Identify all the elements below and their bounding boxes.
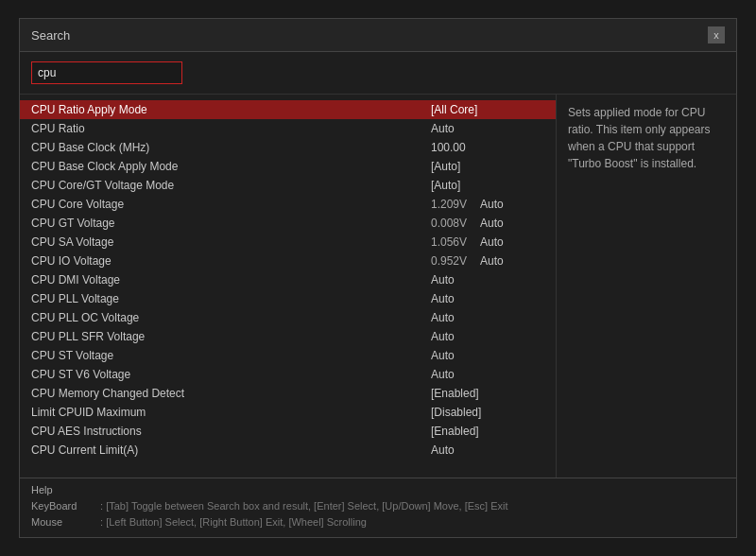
- table-row[interactable]: CPU RatioAuto: [20, 119, 556, 138]
- result-name: CPU Current Limit(A): [31, 443, 431, 457]
- result-value: [All Core]: [431, 103, 477, 116]
- table-row[interactable]: CPU ST VoltageAuto: [20, 346, 556, 365]
- mouse-label: Mouse: [31, 514, 97, 531]
- result-value-group: 100.00: [431, 141, 544, 154]
- result-name: CPU ST V6 Voltage: [31, 368, 431, 381]
- result-value-group: [Auto]: [431, 179, 544, 192]
- result-value-group: [Enabled]: [431, 387, 544, 400]
- table-row[interactable]: CPU DMI VoltageAuto: [20, 270, 556, 289]
- search-input[interactable]: [31, 61, 182, 84]
- result-name: CPU DMI Voltage: [31, 273, 431, 287]
- result-value: Auto: [480, 217, 504, 230]
- result-value-group: Auto: [431, 330, 544, 343]
- result-name: CPU SA Voltage: [31, 235, 431, 249]
- result-subvalue: 0.008V: [431, 217, 467, 230]
- search-box-area: [20, 52, 736, 95]
- table-row[interactable]: CPU PLL VoltageAuto: [20, 289, 556, 308]
- result-value: Auto: [431, 311, 455, 324]
- result-value-group: Auto: [431, 122, 544, 135]
- result-subvalue: 0.952V: [431, 254, 467, 268]
- result-value: [Auto]: [431, 179, 460, 192]
- result-value: Auto: [480, 198, 504, 211]
- mouse-text: : [Left Button] Select, [Right Button] E…: [100, 516, 367, 528]
- result-value: Auto: [431, 273, 455, 287]
- result-value: [Enabled]: [431, 387, 479, 400]
- result-name: CPU IO Voltage: [31, 254, 431, 268]
- results-panel: CPU Ratio Apply Mode[All Core]CPU RatioA…: [20, 95, 557, 478]
- table-row[interactable]: CPU PLL SFR VoltageAuto: [20, 327, 556, 346]
- result-value-group: Auto: [431, 311, 544, 324]
- result-name: CPU Core/GT Voltage Mode: [31, 179, 431, 192]
- result-name: CPU PLL Voltage: [31, 292, 431, 305]
- result-name: Limit CPUID Maximum: [31, 406, 431, 419]
- main-content: CPU Ratio Apply Mode[All Core]CPU RatioA…: [20, 95, 736, 478]
- result-value: [Auto]: [431, 160, 460, 173]
- table-row[interactable]: CPU GT Voltage0.008VAuto: [20, 214, 556, 233]
- result-value: Auto: [431, 122, 455, 135]
- keyboard-label: KeyBoard: [31, 498, 97, 515]
- result-value: [Disabled]: [431, 406, 481, 419]
- keyboard-help: KeyBoard : [Tab] Toggle between Search b…: [31, 498, 725, 515]
- result-value-group: 0.008VAuto: [431, 217, 544, 230]
- result-name: CPU AES Instructions: [31, 425, 431, 438]
- result-name: CPU Ratio Apply Mode: [31, 103, 431, 116]
- result-subvalue: 1.209V: [431, 198, 467, 211]
- result-name: CPU PLL SFR Voltage: [31, 330, 431, 343]
- info-panel: Sets applied mode for CPU ratio. This it…: [557, 95, 736, 478]
- table-row[interactable]: CPU Memory Changed Detect[Enabled]: [20, 384, 556, 403]
- close-button[interactable]: x: [708, 26, 725, 43]
- result-value: 100.00: [431, 141, 466, 154]
- mouse-help: Mouse : [Left Button] Select, [Right But…: [31, 514, 725, 531]
- result-value-group: 1.056VAuto: [431, 235, 544, 249]
- result-subvalue: 1.056V: [431, 235, 467, 249]
- result-value-group: [All Core]: [431, 103, 544, 116]
- result-value: Auto: [431, 330, 455, 343]
- table-row[interactable]: CPU Core/GT Voltage Mode[Auto]: [20, 176, 556, 195]
- table-row[interactable]: CPU Current Limit(A)Auto: [20, 441, 556, 460]
- help-title: Help: [31, 484, 725, 495]
- info-text: Sets applied mode for CPU ratio. This it…: [568, 106, 711, 170]
- result-value: [Enabled]: [431, 425, 479, 438]
- table-row[interactable]: CPU Base Clock Apply Mode[Auto]: [20, 157, 556, 176]
- result-value: Auto: [431, 368, 455, 381]
- result-name: CPU ST Voltage: [31, 349, 431, 362]
- result-value-group: [Auto]: [431, 160, 544, 173]
- result-value-group: [Disabled]: [431, 406, 544, 419]
- result-value: Auto: [480, 254, 504, 268]
- result-value-group: Auto: [431, 349, 544, 362]
- keyboard-text: : [Tab] Toggle between Search box and re…: [100, 500, 507, 512]
- result-value-group: 1.209VAuto: [431, 198, 544, 211]
- result-name: CPU Base Clock Apply Mode: [31, 160, 431, 173]
- table-row[interactable]: CPU ST V6 VoltageAuto: [20, 365, 556, 384]
- table-row[interactable]: CPU Core Voltage1.209VAuto: [20, 195, 556, 214]
- table-row[interactable]: CPU PLL OC VoltageAuto: [20, 308, 556, 327]
- result-name: CPU GT Voltage: [31, 217, 431, 230]
- result-value: Auto: [431, 349, 455, 362]
- result-value-group: Auto: [431, 292, 544, 305]
- result-value: Auto: [480, 235, 504, 249]
- result-name: CPU Base Clock (MHz): [31, 141, 431, 154]
- result-name: CPU PLL OC Voltage: [31, 311, 431, 324]
- table-row[interactable]: CPU AES Instructions[Enabled]: [20, 422, 556, 441]
- result-value: Auto: [431, 443, 455, 457]
- footer: Help KeyBoard : [Tab] Toggle between Sea…: [20, 478, 736, 537]
- result-value-group: [Enabled]: [431, 425, 544, 438]
- result-value: Auto: [431, 292, 455, 305]
- dialog-header: Search x: [20, 19, 736, 52]
- table-row[interactable]: CPU IO Voltage0.952VAuto: [20, 252, 556, 270]
- result-value-group: Auto: [431, 443, 544, 457]
- search-dialog: Search x CPU Ratio Apply Mode[All Core]C…: [19, 18, 737, 538]
- table-row[interactable]: CPU SA Voltage1.056VAuto: [20, 233, 556, 252]
- table-row[interactable]: CPU Base Clock (MHz)100.00: [20, 138, 556, 157]
- table-row[interactable]: Limit CPUID Maximum[Disabled]: [20, 403, 556, 422]
- result-value-group: 0.952VAuto: [431, 254, 544, 268]
- result-name: CPU Ratio: [31, 122, 431, 135]
- result-name: CPU Memory Changed Detect: [31, 387, 431, 400]
- result-value-group: Auto: [431, 368, 544, 381]
- table-row[interactable]: CPU Ratio Apply Mode[All Core]: [20, 100, 556, 119]
- result-value-group: Auto: [431, 273, 544, 287]
- result-name: CPU Core Voltage: [31, 198, 431, 211]
- dialog-title: Search: [31, 28, 70, 43]
